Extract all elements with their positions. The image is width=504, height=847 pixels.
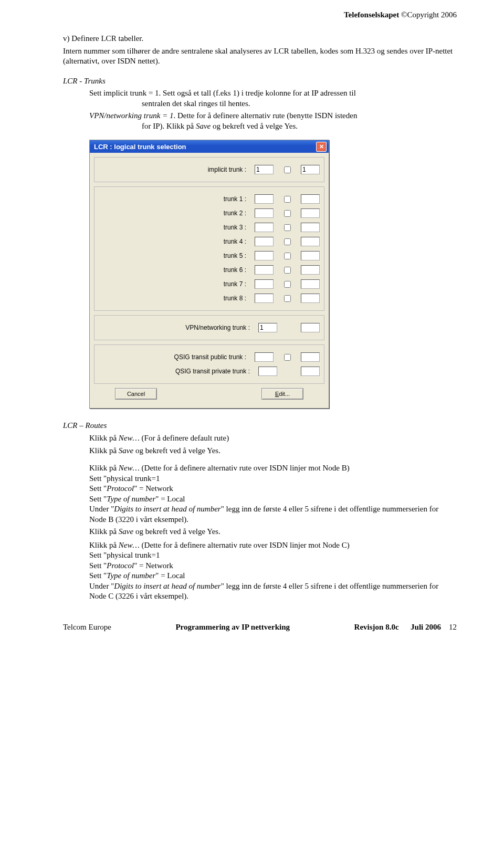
qsig-private-input[interactable] [258,367,277,376]
header-copyright: Telefonselskapet ©Copyright 2006 [344,11,457,19]
trunk-checkbox[interactable] [284,267,291,274]
trunk-checkbox[interactable] [284,196,291,203]
qsig-private-input-b[interactable] [301,367,320,376]
trunk-label: trunk 4 : [136,238,246,245]
trunk-input-b[interactable] [301,265,320,275]
footer-center: Programmering av IP nettverking [175,623,290,632]
group-vpn: VPN/networking trunk : [94,315,324,340]
trunk-label: trunk 5 : [136,252,246,259]
implicit-trunk-label: implicit trunk : [136,166,246,173]
trunk-input-b[interactable] [301,294,320,303]
copyright-text: ©Copyright 2006 [399,11,457,19]
trunk-label: trunk 8 : [136,295,246,302]
page-footer: Telcom Europe Programmering av IP nettve… [63,623,457,632]
vpn-input[interactable] [258,323,277,332]
qsig-public-checkbox[interactable] [284,354,291,361]
footer-left: Telcom Europe [63,623,111,632]
routes-block: Klikk på New… (For å definere default ru… [89,433,457,602]
group-implicit: implicit trunk : [94,157,324,182]
trunk-input[interactable] [255,279,274,289]
trunk-checkbox[interactable] [284,224,291,231]
trunk-checkbox[interactable] [284,253,291,259]
lcr-trunks-text: Sett implicit trunk = 1. Sett også et ta… [89,88,457,109]
edit-button[interactable]: Edit... [261,388,303,400]
trunk-input[interactable] [255,237,274,246]
footer-rev: Revisjon 8.0c [354,623,399,631]
section-v-para: Intern nummer som tilhører de andre sent… [63,46,457,67]
trunk-label: trunk 1 : [136,195,246,203]
qsig-private-label: QSIG transit private trunk : [140,368,250,375]
trunk-input-b[interactable] [301,223,320,232]
trunk-input[interactable] [255,208,274,218]
trunk-input-b[interactable] [301,237,320,246]
group-trunks: trunk 1 : trunk 2 : trunk 3 : trunk 4 : … [94,186,324,311]
lcr-trunks-heading: LCR - Trunks [63,76,457,87]
close-icon[interactable]: ✕ [316,142,327,152]
trunk-input-b[interactable] [301,279,320,289]
trunk-input-b[interactable] [301,208,320,218]
lcr-dialog: LCR : logical trunk selection ✕ implicit… [89,140,329,409]
trunk-input-b[interactable] [301,194,320,204]
footer-date: Juli 2006 [411,623,441,631]
qsig-public-input-b[interactable] [301,352,320,362]
trunk-checkbox[interactable] [284,210,291,217]
trunk-label: trunk 7 : [136,280,246,288]
group-qsig: QSIG transit public trunk : QSIG transit… [94,344,324,384]
section-v-title: v) Definere LCR tabeller. [63,34,457,44]
trunk-input[interactable] [255,223,274,232]
trunk-label: trunk 2 : [136,210,246,217]
lcr-routes-heading: LCR – Routes [63,421,457,430]
footer-page: 12 [449,623,457,631]
trunk-input[interactable] [255,251,274,260]
qsig-public-input[interactable] [255,352,274,362]
cancel-button[interactable]: Cancel [115,388,157,400]
dialog-titlebar[interactable]: LCR : logical trunk selection ✕ [90,140,329,153]
implicit-trunk-checkbox[interactable] [284,166,291,173]
implicit-trunk-input-b[interactable] [301,165,320,174]
lcr-trunks-text2: VPN/networking trunk = 1. Dette for å de… [89,111,457,131]
trunk-label: trunk 3 : [136,224,246,231]
trunk-input[interactable] [255,194,274,204]
trunk-checkbox[interactable] [284,238,291,245]
trunk-input[interactable] [255,265,274,275]
vpn-input-b[interactable] [301,323,320,332]
brand: Telefonselskapet [344,11,399,19]
trunk-checkbox[interactable] [284,281,291,288]
trunk-checkbox[interactable] [284,295,291,302]
implicit-trunk-input-a[interactable] [255,165,274,174]
trunk-label: trunk 6 : [136,266,246,274]
dialog-title: LCR : logical trunk selection [94,143,316,151]
trunk-input[interactable] [255,294,274,303]
vpn-label: VPN/networking trunk : [140,324,250,331]
trunk-input-b[interactable] [301,251,320,260]
qsig-public-label: QSIG transit public trunk : [136,353,246,361]
